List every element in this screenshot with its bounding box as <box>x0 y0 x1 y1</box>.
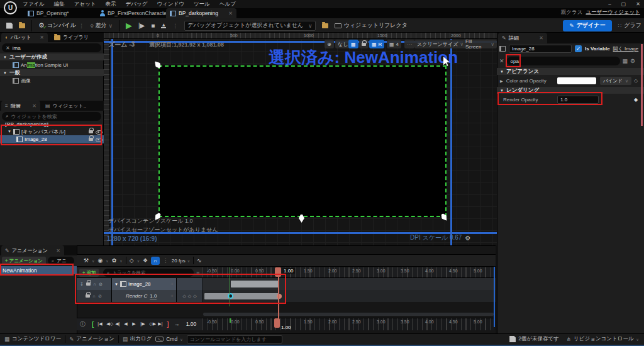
respect-locks-button[interactable]: ▦R <box>369 40 384 48</box>
unreal-logo-icon[interactable]: U <box>4 1 17 14</box>
jump-to-start-button[interactable]: |◀ <box>97 321 106 326</box>
transport-time-value[interactable]: 1.00 <box>186 321 197 327</box>
designer-viewport[interactable]: 0 500 1000 1500 2000 ズーム -3 選択項目:1,921.9… <box>104 33 497 245</box>
designer-button[interactable]: ✎ デザイナー <box>563 20 611 31</box>
tab-close-icon[interactable]: ✕ <box>32 103 36 109</box>
keyframe-options-icon[interactable]: ◇ <box>130 257 134 264</box>
playback-options-icon[interactable]: ✿ <box>112 257 117 264</box>
unsaved-assets-button[interactable]: 2個が未保存です <box>509 335 559 343</box>
settings-gear-icon[interactable]: ⚙ <box>630 58 635 64</box>
tab-close-icon[interactable]: ✕ <box>228 10 233 16</box>
curve-editor-icon[interactable]: ∿ <box>197 257 202 264</box>
compile-button[interactable]: ⚙✓ コンパイル ⋮ <box>38 21 84 30</box>
palette-item-image[interactable]: 画像 <box>0 77 104 84</box>
image28-widget[interactable] <box>158 65 447 217</box>
tab-bp-firstpersoncharacter[interactable]: BP_FirstPersonCharacter* <box>96 8 174 18</box>
tab-palette[interactable]: ◐ パレット ✕ <box>1 33 48 42</box>
tab-library[interactable]: ライブラリ <box>50 33 92 42</box>
browse-icon[interactable] <box>19 23 25 28</box>
play-button[interactable]: ▶ <box>126 21 132 30</box>
lock-icon[interactable] <box>89 130 93 133</box>
hierarchy-image28-item[interactable]: Image_28 <box>0 135 104 143</box>
screen-size-dropdown[interactable]: スクリーンサイズ∨ <box>414 40 466 48</box>
animation-search-input[interactable]: ⌕アニ <box>48 257 74 265</box>
timeline-ruler[interactable]: -0.50 0.00 0.50 1.50 2.00 2.50 3.00 3.50… <box>203 267 494 278</box>
widget-reflector-button[interactable]: ウィジェットリフレクタ <box>335 21 408 30</box>
hierarchy-search-input[interactable]: ⌕ ウィジェットを検索 <box>2 112 101 121</box>
view-options-eye-icon[interactable]: ◉ <box>97 257 103 264</box>
frame-skip-button[interactable]: |▶ <box>138 22 145 29</box>
details-search-input[interactable]: opa <box>507 57 620 65</box>
render-opacity-input[interactable]: 1.0 <box>557 96 599 104</box>
eject-button[interactable]: ▲ <box>161 23 166 28</box>
working-range-end-marker[interactable] <box>494 267 495 327</box>
visibility-eye-icon[interactable] <box>96 129 102 135</box>
animation-drawer-button[interactable]: ✎アニメーション <box>69 335 114 343</box>
deactivate-icon[interactable]: ⊘ <box>99 282 103 287</box>
save-icon[interactable] <box>6 23 13 29</box>
output-log-button[interactable]: ▤出力ログ <box>123 335 152 343</box>
parent-class-link[interactable]: ユーザーウィジェット <box>586 9 640 16</box>
tab-bp-opening[interactable]: BP_Opening* <box>24 8 73 18</box>
tab-widget-tree[interactable]: ▤ ウィジェット.. <box>42 101 90 111</box>
tab-close-icon[interactable]: ✕ <box>56 248 60 254</box>
play-forward-button[interactable]: ▶ <box>132 321 140 326</box>
clear-search-icon[interactable]: ✕ <box>6 45 10 51</box>
hierarchy-root-item[interactable]: [BP_darkopening] <box>5 121 48 127</box>
prev-key-button[interactable]: ◀◇ <box>106 321 115 326</box>
next-key-icon[interactable]: ◇ <box>193 294 196 299</box>
play-reverse-button[interactable]: ◀ <box>124 321 132 326</box>
keyframe-segment-bar[interactable] <box>204 293 279 299</box>
details-scrollbar[interactable] <box>641 44 643 126</box>
range-ruler[interactable]: -0.50 0.00 0.50 1.50 2.00 2.50 3.00 3.50… <box>203 318 494 330</box>
graph-button[interactable]: ∷ グラフ <box>618 21 641 30</box>
auto-key-icon[interactable]: ❖ <box>143 257 148 264</box>
set-end-bracket-button[interactable]: ] <box>167 321 169 328</box>
deactivate-icon[interactable]: ⊘ <box>98 294 102 299</box>
selection-guide-left[interactable] <box>111 39 113 245</box>
fps-dropdown[interactable]: 20 fps∨ <box>172 258 190 264</box>
pin-icon[interactable]: ↧ <box>80 282 84 287</box>
solo-icon[interactable]: ∩ <box>92 294 96 298</box>
snap-magnet-toggle[interactable]: ∩ <box>151 257 160 265</box>
menu-help[interactable]: ヘルプ <box>219 1 236 8</box>
palette-item-animation-sample-ui[interactable]: Animation Sample UI <box>0 61 104 69</box>
chevron-down-icon[interactable]: ▼ <box>114 282 118 286</box>
solo-icon[interactable]: ∩ <box>93 282 96 286</box>
playback-start-marker[interactable] <box>230 267 230 306</box>
diff-button[interactable]: ◊ 差分 ∨ <box>91 21 113 30</box>
chevron-down-icon[interactable]: ▼ <box>8 130 11 133</box>
stop-button[interactable]: ■ <box>151 22 155 29</box>
add-section-icon[interactable]: + <box>170 281 174 287</box>
keyframe-marker-start[interactable] <box>228 293 233 299</box>
revision-control-button[interactable]: ⋔リビジョンコントロール∨ <box>567 335 639 343</box>
step-forward-button[interactable]: |▶ <box>140 321 149 326</box>
menu-view[interactable]: 表示 <box>106 1 116 8</box>
dpi-settings-gear-icon[interactable]: ⚙ <box>465 235 470 242</box>
track-timeline-cell[interactable] <box>203 278 496 290</box>
open-image-link[interactable]: 開く Image <box>613 45 639 52</box>
track-search-input[interactable]: ⌕トラックを検索 <box>103 269 194 277</box>
subtrack-value[interactable]: 1.0 <box>150 293 157 299</box>
loop-mode-button[interactable]: → <box>174 321 180 327</box>
appearance-section-header[interactable]: ▼ アピアランス <box>497 68 644 75</box>
add-key-icon[interactable]: ◇ <box>188 294 191 299</box>
content-drawer-button[interactable]: ▦コンテンツドロワー <box>4 335 61 343</box>
lock-icon[interactable] <box>86 294 90 298</box>
next-key-button[interactable]: ◇▶ <box>149 321 158 326</box>
tab-details[interactable]: ✎ 詳細 ✕ <box>498 33 547 43</box>
prev-key-icon[interactable]: ◇ <box>182 294 186 299</box>
debug-browse-icon[interactable] <box>322 23 328 28</box>
menu-window[interactable]: ウィンドウ <box>157 1 184 8</box>
hierarchy-canvas-panel-item[interactable]: ▼ [キャンバスパネル] <box>0 128 104 135</box>
info-icon[interactable]: ⓘ <box>80 320 86 328</box>
cmd-dropdown[interactable]: >_Cmd∨ <box>155 336 182 342</box>
track-row-render-opacity[interactable]: ∩ ⊘ Render C 1.0 + ◇ ◇ ◇ <box>77 290 496 302</box>
widget-name-input[interactable]: Image_28 <box>509 45 572 53</box>
clear-search-icon[interactable]: ✕ <box>499 58 504 64</box>
menu-debug[interactable]: デバッグ <box>126 1 148 8</box>
add-key-plus-icon[interactable]: + <box>170 293 174 299</box>
visibility-eye-icon[interactable] <box>96 137 102 142</box>
subtrack-name-cell[interactable]: Render C 1.0 + <box>111 290 176 302</box>
track-name-cell[interactable]: ▼ Image_28 + <box>111 278 176 290</box>
